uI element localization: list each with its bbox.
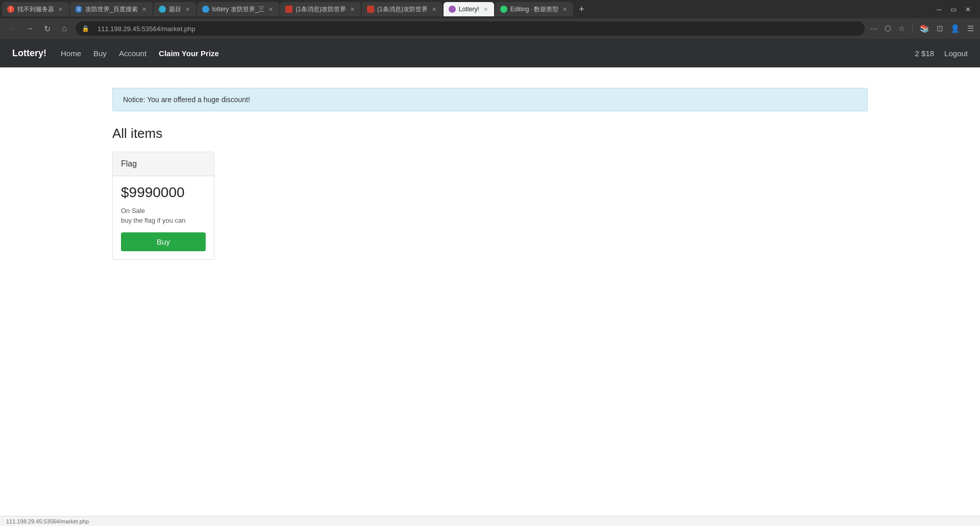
item-price: $9990000 <box>121 184 206 201</box>
tab1-close[interactable]: ✕ <box>57 6 64 13</box>
tab2-favicon: 百 <box>75 6 82 13</box>
bookmark-icon[interactable]: ☆ <box>898 24 905 33</box>
menu-icon[interactable]: ☰ <box>967 24 974 33</box>
tab8-favicon <box>500 6 507 13</box>
reload-button[interactable]: ↻ <box>41 22 53 35</box>
buy-button[interactable]: Buy <box>121 232 206 251</box>
tab6-label: (1条消息)攻防世界 <box>377 5 428 14</box>
tab3-label: 题目 <box>169 5 181 14</box>
user-balance: 2 $18 <box>915 49 935 58</box>
address-bar: ← → ↻ ⌂ 🔒 111.198.29.45:53564/market.php… <box>0 18 980 39</box>
tab6-close[interactable]: ✕ <box>431 6 437 13</box>
tab7-label: Lottery! <box>459 6 479 13</box>
tab5-close[interactable]: ✕ <box>349 6 356 13</box>
tab2-close[interactable]: ✕ <box>141 6 148 13</box>
nav-buy[interactable]: Buy <box>93 49 107 58</box>
tab-1[interactable]: ! 找不到服务器 ✕ <box>2 2 69 16</box>
browser-window-controls: ─ ▭ ✕ <box>935 5 978 13</box>
new-tab-button[interactable]: + <box>574 2 589 16</box>
tab1-favicon: ! <box>7 6 14 13</box>
tab8-label: Editing · 数据类型 <box>510 5 559 14</box>
tab-7[interactable]: Lottery! ✕ <box>444 2 494 16</box>
synced-tabs-icon[interactable]: ⊡ <box>937 24 943 33</box>
page-content: Notice: You are offered a huge discount!… <box>0 67 980 425</box>
tab-8[interactable]: Editing · 数据类型 ✕ <box>495 2 574 16</box>
tab3-favicon <box>159 6 166 13</box>
app-navbar: Lottery! Home Buy Account Claim Your Pri… <box>0 39 980 67</box>
tab-6[interactable]: (1条消息)攻防世界 ✕ <box>362 2 443 16</box>
tab1-label: 找不到服务器 <box>17 5 54 14</box>
pocket-icon[interactable]: ⬡ <box>885 24 891 33</box>
tab2-label: 攻防世界_百度搜索 <box>85 5 138 14</box>
tab6-favicon <box>367 6 374 13</box>
forward-button[interactable]: → <box>23 22 36 35</box>
item-badge: On Sale <box>121 207 206 214</box>
item-description: buy the flag if you can <box>121 217 206 224</box>
item-card-header: Flag <box>113 152 214 176</box>
tab4-label: lottery 攻防世界_三 <box>212 5 265 14</box>
notice-banner: Notice: You are offered a huge discount! <box>112 88 868 111</box>
nav-home[interactable]: Home <box>61 49 81 58</box>
home-button[interactable]: ⌂ <box>58 22 70 35</box>
tab5-label: (1条消息)攻防世界 <box>296 5 346 14</box>
restore-button[interactable]: ▭ <box>949 5 958 13</box>
url-text[interactable]: 111.198.29.45:53564/market.php <box>97 25 859 33</box>
bookmarks-icon[interactable]: 📚 <box>920 24 929 33</box>
toolbar-icons: ⋯ ⬡ ☆ 📚 ⊡ 👤 ☰ <box>870 23 974 34</box>
tab8-close[interactable]: ✕ <box>561 6 568 13</box>
minimize-button[interactable]: ─ <box>935 5 943 13</box>
more-options-icon[interactable]: ⋯ <box>870 24 877 33</box>
tab4-close[interactable]: ✕ <box>267 6 274 13</box>
url-bar[interactable]: 🔒 111.198.29.45:53564/market.php <box>76 21 865 36</box>
tab-3[interactable]: 题目 ✕ <box>154 2 196 16</box>
item-card-flag: Flag $9990000 On Sale buy the flag if yo… <box>112 152 214 260</box>
security-icon: 🔒 <box>82 25 89 32</box>
tab-2[interactable]: 百 攻防世界_百度搜索 ✕ <box>70 2 153 16</box>
tab7-close[interactable]: ✕ <box>482 6 489 13</box>
section-title: All items <box>112 126 868 141</box>
tab-5[interactable]: (1条消息)攻防世界 ✕ <box>280 2 361 16</box>
back-button[interactable]: ← <box>6 22 18 35</box>
app-brand[interactable]: Lottery! <box>12 48 46 59</box>
nav-account[interactable]: Account <box>119 49 146 58</box>
logout-button[interactable]: Logout <box>944 49 968 58</box>
nav-claim-prize[interactable]: Claim Your Prize <box>159 49 219 58</box>
item-card-body: $9990000 On Sale buy the flag if you can… <box>113 176 214 259</box>
tab4-favicon <box>202 6 209 13</box>
separator <box>912 23 913 34</box>
tab7-favicon <box>449 6 456 13</box>
profile-icon[interactable]: 👤 <box>950 24 960 33</box>
tab-4[interactable]: lottery 攻防世界_三 ✕ <box>197 2 280 16</box>
close-button[interactable]: ✕ <box>964 5 972 13</box>
browser-chrome: ! 找不到服务器 ✕ 百 攻防世界_百度搜索 ✕ 题目 ✕ lottery 攻防… <box>0 0 980 425</box>
tab5-favicon <box>285 6 292 13</box>
tab-bar: ! 找不到服务器 ✕ 百 攻防世界_百度搜索 ✕ 题目 ✕ lottery 攻防… <box>0 0 980 18</box>
tab3-close[interactable]: ✕ <box>184 6 191 13</box>
